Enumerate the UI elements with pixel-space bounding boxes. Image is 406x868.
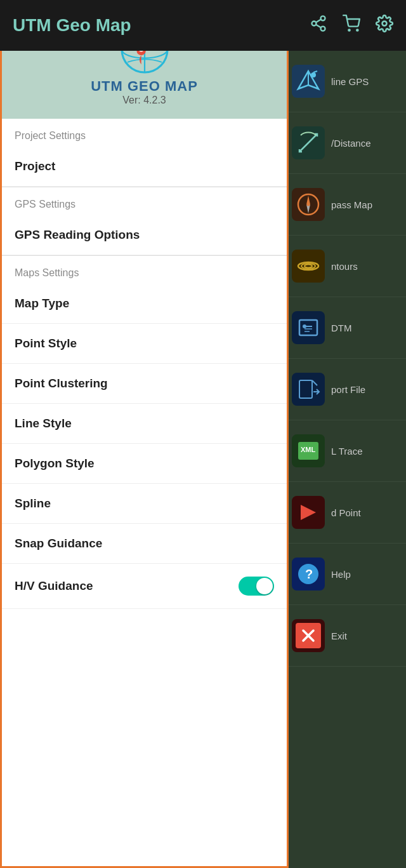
right-menu-item-compass[interactable]: pass Map <box>285 174 406 236</box>
online-gps-icon <box>292 65 325 98</box>
compass-icon <box>292 188 325 221</box>
compass-label: pass Map <box>331 199 372 210</box>
svg-point-18 <box>304 265 312 268</box>
menu-item-project[interactable]: Project <box>2 147 287 187</box>
help-icon: ? <box>292 558 325 591</box>
settings-icon[interactable] <box>376 15 393 37</box>
online-gps-label: line GPS <box>331 76 369 87</box>
hv-guidance-toggle[interactable] <box>239 577 274 596</box>
svg-rect-19 <box>299 320 317 335</box>
contours-icon <box>292 250 325 283</box>
contours-label: ntours <box>331 261 358 272</box>
svg-line-3 <box>316 24 321 27</box>
right-menu-item-distance[interactable]: /Distance <box>285 112 406 174</box>
svg-line-4 <box>316 19 321 22</box>
exit-label: Exit <box>331 631 347 641</box>
menu-item-gps-reading[interactable]: GPS Reading Options <box>2 215 287 255</box>
topbar: UTM Geo Map <box>0 0 406 51</box>
menu-item-spline[interactable]: Spline <box>2 484 287 524</box>
menu-item-snap-guidance[interactable]: Snap Guidance <box>2 524 287 564</box>
dtm-label: DTM <box>331 323 352 333</box>
end-point-icon <box>292 496 325 529</box>
menu-item-point-style[interactable]: Point Style <box>2 324 287 364</box>
right-menu-item-export[interactable]: port File <box>285 359 406 420</box>
distance-icon <box>292 126 325 159</box>
right-menu-item-dtm[interactable]: DTM <box>285 297 406 359</box>
svg-point-15 <box>307 203 310 206</box>
share-icon[interactable] <box>310 15 327 37</box>
svg-line-11 <box>313 71 317 72</box>
menu-item-map-type[interactable]: Map Type <box>2 284 287 324</box>
menu-item-polygon-style[interactable]: Polygon Style <box>2 444 287 484</box>
exit-icon <box>292 619 325 652</box>
app-title: UTM Geo Map <box>13 15 131 36</box>
right-menu-item-help[interactable]: ? Help <box>285 544 406 605</box>
right-menu-item-end-point[interactable]: d Point <box>285 482 406 544</box>
cart-icon[interactable] <box>343 15 360 37</box>
section-label-gps-settings: GPS Settings <box>2 187 287 215</box>
xml-trace-icon: XML <box>292 434 325 467</box>
right-panel: line GPS /Distance pass Map <box>285 51 406 868</box>
section-label-project-settings: Project Settings <box>2 119 287 147</box>
distance-label: /Distance <box>331 138 371 149</box>
svg-point-5 <box>348 29 350 30</box>
svg-marker-28 <box>301 505 316 520</box>
svg-point-6 <box>357 29 358 30</box>
svg-text:XML: XML <box>301 446 316 453</box>
drawer-app-name: UTM GEO MAP <box>91 78 198 95</box>
menu-item-line-style[interactable]: Line Style <box>2 404 287 444</box>
toggle-thumb <box>256 578 273 594</box>
dtm-icon <box>292 311 325 344</box>
menu-item-hv-guidance[interactable]: H/V Guidance <box>2 564 287 609</box>
svg-point-7 <box>383 21 387 25</box>
export-icon <box>292 373 325 406</box>
left-drawer: UTM GEO MAP Ver: 4.2.3 Project Settings … <box>0 0 289 868</box>
end-point-label: d Point <box>331 507 361 518</box>
section-label-maps-settings: Maps Settings <box>2 256 287 284</box>
right-menu-item-online-gps[interactable]: line GPS <box>285 51 406 112</box>
drawer-menu: Project Settings Project GPS Settings GP… <box>0 119 289 868</box>
export-label: port File <box>331 384 365 395</box>
drawer-version: Ver: 4.2.3 <box>122 95 166 106</box>
xml-trace-label: L Trace <box>331 446 362 457</box>
svg-rect-24 <box>299 380 312 398</box>
menu-item-point-clustering[interactable]: Point Clustering <box>2 364 287 404</box>
right-menu-item-contours[interactable]: ntours <box>285 236 406 297</box>
right-menu-item-exit[interactable]: Exit <box>285 605 406 667</box>
right-menu-item-xml-trace[interactable]: XML L Trace <box>285 420 406 482</box>
svg-text:?: ? <box>305 567 313 581</box>
topbar-icons <box>310 15 393 37</box>
help-label: Help <box>331 569 351 580</box>
svg-point-10 <box>311 72 316 77</box>
